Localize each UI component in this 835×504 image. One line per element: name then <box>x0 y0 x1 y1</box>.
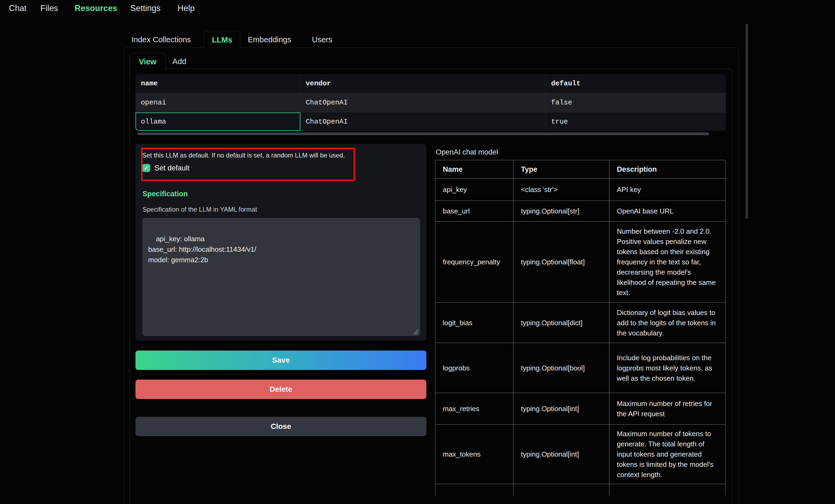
set-default-help-text: Set this LLM as default. If no default i… <box>142 151 345 160</box>
set-default-label[interactable]: Set default <box>155 164 189 172</box>
cell-openai-default[interactable]: false <box>546 92 726 112</box>
tab-index-collections[interactable]: Index Collections <box>131 35 191 44</box>
param-description: Maximum number of retries for the API re… <box>609 393 726 425</box>
specification-sublabel: Specification of the LLM in YAML format <box>142 206 257 213</box>
param-row-partial <box>435 484 726 496</box>
llm-list-table: name vendor default openai ChatOpenAI fa… <box>136 74 726 131</box>
table-row-ollama[interactable]: ollama ChatOpenAI true <box>136 112 726 131</box>
param-name: frequency_penalty <box>435 222 513 302</box>
tab-embeddings[interactable]: Embeddings <box>248 35 291 44</box>
param-name: logit_bias <box>435 302 513 343</box>
save-button[interactable]: Save <box>136 351 426 370</box>
param-row-api-key: api_key <class 'str'> API key <box>435 178 726 201</box>
param-row-logprobs: logprobs typing.Optional[bool] Include l… <box>435 343 726 393</box>
param-name: base_url <box>435 201 513 222</box>
param-name: api_key <box>435 178 513 201</box>
resize-grip-icon[interactable] <box>413 329 419 334</box>
cell-openai-vendor[interactable]: ChatOpenAI <box>300 92 546 112</box>
param-type: typing.Optional[bool] <box>513 343 609 393</box>
param-type: typing.Optional[str] <box>513 201 609 222</box>
yaml-spec-textarea[interactable]: api_key: ollama base_url: http://localho… <box>142 218 420 336</box>
cell-ollama-name[interactable]: ollama <box>136 112 300 131</box>
table-horizontal-scrollbar[interactable] <box>137 132 709 135</box>
column-divider <box>300 74 301 131</box>
column-header-name: name <box>136 74 300 92</box>
column-header-default: default <box>546 74 726 92</box>
subtab-view[interactable]: View <box>129 53 166 70</box>
params-panel-title: OpenAI chat model <box>436 148 498 156</box>
params-table-container: Name Type Description api_key <class 'st… <box>435 160 727 496</box>
param-type: typing.Optional[int] <box>513 393 609 425</box>
param-description: Maximum number of tokens to generate. Th… <box>609 425 726 484</box>
nav-item-resources[interactable]: Resources <box>75 4 118 13</box>
params-header-type: Type <box>513 160 609 178</box>
tab-users[interactable]: Users <box>312 35 332 44</box>
param-type: typing.Optional[dict] <box>513 302 609 343</box>
param-type: <class 'str'> <box>513 178 609 201</box>
param-description: Number between -2.0 and 2.0. Positive va… <box>609 222 726 302</box>
params-header-description: Description <box>609 160 726 178</box>
param-row-max-tokens: max_tokens typing.Optional[int] Maximum … <box>435 425 726 484</box>
param-description: OpenAI base URL <box>609 201 726 222</box>
page-vertical-scrollbar[interactable] <box>746 24 748 218</box>
nav-item-settings[interactable]: Settings <box>130 4 161 13</box>
app-screen: Chat Files Resources Settings Help Index… <box>0 0 835 504</box>
param-name: max_tokens <box>435 425 513 484</box>
specification-heading: Specification <box>142 190 188 198</box>
param-row-logit-bias: logit_bias typing.Optional[dict] Diction… <box>435 302 726 343</box>
close-button[interactable]: Close <box>136 417 426 436</box>
nav-item-files[interactable]: Files <box>40 4 58 13</box>
param-row-base-url: base_url typing.Optional[str] OpenAI bas… <box>435 201 726 222</box>
param-name: max_retries <box>435 393 513 425</box>
tab-llms[interactable]: LLMs <box>204 31 240 48</box>
param-type: typing.Optional[float] <box>513 222 609 302</box>
param-row-frequency-penalty: frequency_penalty typing.Optional[float]… <box>435 222 726 302</box>
param-description: Include log probabilities on the logprob… <box>609 343 726 393</box>
param-name: logprobs <box>435 343 513 393</box>
cell-ollama-vendor[interactable]: ChatOpenAI <box>300 112 546 131</box>
nav-item-help[interactable]: Help <box>178 4 195 13</box>
column-header-vendor: vendor <box>300 74 546 92</box>
column-divider <box>546 74 546 131</box>
delete-button[interactable]: Delete <box>136 380 426 399</box>
nav-item-chat[interactable]: Chat <box>9 4 26 13</box>
table-row-openai[interactable]: openai ChatOpenAI false <box>136 92 726 112</box>
checkmark-icon: ✓ <box>144 165 149 171</box>
cell-openai-name[interactable]: openai <box>136 92 300 112</box>
llm-table-header: name vendor default <box>136 74 726 92</box>
param-row-max-retries: max_retries typing.Optional[int] Maximum… <box>435 393 726 425</box>
cell-ollama-default[interactable]: true <box>546 112 726 131</box>
yaml-spec-text: api_key: ollama base_url: http://localho… <box>148 235 256 264</box>
param-type: typing.Optional[int] <box>513 425 609 484</box>
params-header-name: Name <box>435 160 513 178</box>
params-table: Name Type Description api_key <class 'st… <box>435 160 726 496</box>
param-description: API key <box>609 178 726 201</box>
set-default-checkbox[interactable]: ✓ <box>142 164 150 172</box>
param-description: Dictionary of logit bias values to add t… <box>609 302 726 343</box>
params-header-row: Name Type Description <box>435 160 726 178</box>
